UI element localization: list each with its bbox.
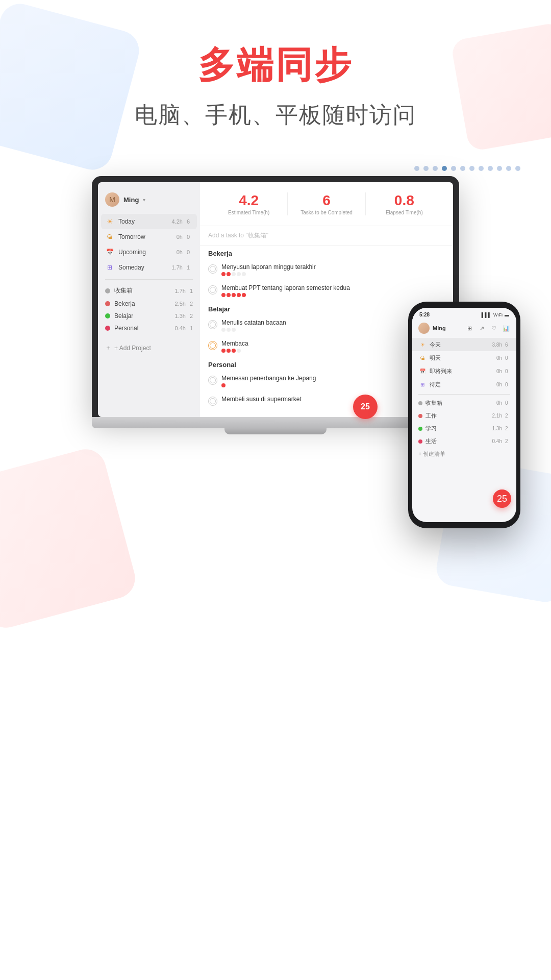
calendar-icon: 📅	[105, 248, 114, 257]
stat-tasks-completed: 6 Tasks to be Completed	[288, 192, 365, 215]
dropdown-icon[interactable]: ▾	[143, 197, 145, 203]
sidebar-someday-time: 1.7h	[172, 264, 183, 271]
add-task-bar[interactable]: Add a task to "收集箱"	[200, 226, 453, 246]
hero-section: 多端同步 电脑、手机、平板随时访问	[0, 0, 551, 151]
task-checkbox-1[interactable]	[208, 264, 217, 274]
phone-time: 5:28	[419, 312, 430, 317]
sidebar-nav-tomorrow[interactable]: 🌤 Tomorrow 0h 0	[98, 229, 200, 244]
dot-1[interactable]	[414, 166, 419, 171]
dot-10[interactable]	[497, 166, 502, 171]
phone-project-work[interactable]: 工作 2.1h 2	[412, 409, 516, 422]
laptop-fab-count: 25	[361, 402, 370, 411]
task-stars-1	[221, 272, 445, 276]
hero-title: 多端同步	[20, 41, 531, 90]
dot-4-active[interactable]	[442, 166, 447, 171]
laptop-fab[interactable]: 25	[353, 395, 378, 419]
phone-sun-icon: ☀	[418, 340, 427, 349]
check-inner-6	[210, 398, 216, 404]
phone-life-time: 0.4h	[492, 438, 502, 444]
sidebar-username: Ming	[123, 196, 139, 204]
bekerja-dot	[105, 301, 110, 306]
sidebar-someday-label: Someday	[118, 264, 168, 271]
phone-nav-upcoming[interactable]: 📅 即将到来 0h 0	[412, 364, 516, 378]
phone-life-label: 生活	[425, 437, 489, 445]
phone-inbox-label: 收集箱	[425, 399, 493, 407]
signal-icon: ▌▌▌	[482, 312, 491, 317]
phone-inbox[interactable]: 收集箱 0h 0	[412, 397, 516, 409]
phone-study-label: 学习	[425, 425, 489, 432]
sidebar-bekerja-count: 2	[190, 301, 193, 307]
check-outer-6	[208, 397, 217, 406]
sidebar-project-bekerja[interactable]: Bekerja 2.5h 2	[98, 298, 200, 310]
sidebar-project-belajar[interactable]: Belajar 1.3h 2	[98, 310, 200, 322]
star-5-1	[221, 383, 226, 387]
phone-project-study[interactable]: 学习 1.3h 2	[412, 422, 516, 435]
check-outer-5	[208, 376, 217, 385]
dot-12[interactable]	[515, 166, 520, 171]
dot-7[interactable]	[469, 166, 474, 171]
phone-nav-someday[interactable]: ⊞ 待定 0h 0	[412, 378, 516, 391]
task-checkbox-4[interactable]	[208, 341, 217, 350]
star-2-1	[221, 293, 226, 297]
task-item-1[interactable]: Menyusun laporan minggu terakhir	[200, 259, 453, 280]
task-item-2[interactable]: Membuat PPT tentang laporan semester ked…	[200, 280, 453, 301]
dot-8[interactable]	[479, 166, 484, 171]
sidebar-upcoming-count: 0	[187, 249, 193, 255]
task-checkbox-6[interactable]	[208, 397, 217, 406]
battery-icon: ▬	[505, 312, 509, 317]
task-checkbox-2[interactable]	[208, 285, 217, 295]
check-inner-4	[210, 342, 216, 349]
star-3-1	[221, 328, 226, 332]
phone-frame: 5:28 ▌▌▌ WiFi ▬ Ming ⊞ ↗	[408, 302, 520, 528]
phone-screen: 5:28 ▌▌▌ WiFi ▬ Ming ⊞ ↗	[412, 308, 516, 522]
add-project-button[interactable]: ＋ + Add Project	[98, 339, 200, 356]
phone-work-time: 2.1h	[492, 413, 502, 419]
dot-6[interactable]	[460, 166, 465, 171]
phone-nav-today[interactable]: ☀ 今天 3.8h 6	[412, 338, 516, 351]
phone-bookmark-icon[interactable]: ♡	[490, 324, 498, 332]
sidebar-belajar-count: 2	[190, 313, 193, 319]
sidebar-project-personal[interactable]: Personal 0.4h 1	[98, 322, 200, 334]
phone-someday-count: 0	[505, 382, 510, 387]
task-content-2: Membuat PPT tentang laporan semester ked…	[221, 284, 445, 297]
task-title-1: Menyusun laporan minggu terakhir	[221, 263, 445, 271]
task-checkbox-3[interactable]	[208, 320, 217, 329]
app-sidebar: M Ming ▾ ☀ Today 4.2h 6 🌤 Tomorrow 0h	[98, 182, 200, 417]
phone-gamepad-icon[interactable]: ⊞	[465, 324, 473, 332]
phone-study-dot	[418, 427, 422, 431]
phone-inbox-time: 0h	[496, 400, 502, 406]
task-checkbox-5[interactable]	[208, 376, 217, 385]
phone-share-icon[interactable]: ↗	[478, 324, 486, 332]
task-title-2: Membuat PPT tentang laporan semester ked…	[221, 284, 445, 291]
phone-work-dot	[418, 414, 422, 418]
sidebar-inbox[interactable]: 收集箱 1.7h 1	[98, 284, 200, 298]
phone-add-list-label: + 创建清单	[418, 450, 445, 458]
sidebar-nav-upcoming[interactable]: 📅 Upcoming 0h 0	[98, 244, 200, 260]
phone-nav-tomorrow[interactable]: 🌤 明天 0h 0	[412, 351, 516, 364]
phone-today-time: 3.8h	[492, 342, 502, 348]
phone-fab[interactable]: 25	[493, 489, 511, 508]
task-stars-2	[221, 293, 445, 297]
sidebar-nav-today[interactable]: ☀ Today 4.2h 6	[101, 214, 197, 229]
dot-11[interactable]	[506, 166, 511, 171]
grid-icon: ⊞	[105, 263, 114, 272]
bottom-section	[0, 533, 551, 595]
dot-5[interactable]	[451, 166, 456, 171]
stat-elapsed-value: 0.8	[366, 192, 443, 209]
phone-today-label: 今天	[430, 341, 489, 349]
phone-tomorrow-count: 0	[505, 355, 510, 361]
phone-project-life[interactable]: 生活 0.4h 2	[412, 435, 516, 448]
sidebar-personal-label: Personal	[114, 325, 170, 332]
dot-2[interactable]	[423, 166, 429, 171]
check-outer-1	[208, 264, 217, 274]
stat-tasks-value: 6	[288, 192, 365, 209]
phone-study-count: 2	[505, 426, 510, 431]
dot-9[interactable]	[488, 166, 493, 171]
phone-chart-icon[interactable]: 📊	[502, 324, 510, 332]
sidebar-inbox-count: 1	[190, 288, 193, 294]
sidebar-tomorrow-count: 0	[187, 234, 193, 240]
dot-3[interactable]	[433, 166, 438, 171]
sidebar-nav-someday[interactable]: ⊞ Someday 1.7h 1	[98, 260, 200, 275]
phone-add-list-button[interactable]: + 创建清单	[412, 448, 516, 460]
phone-fab-count: 25	[497, 494, 507, 504]
